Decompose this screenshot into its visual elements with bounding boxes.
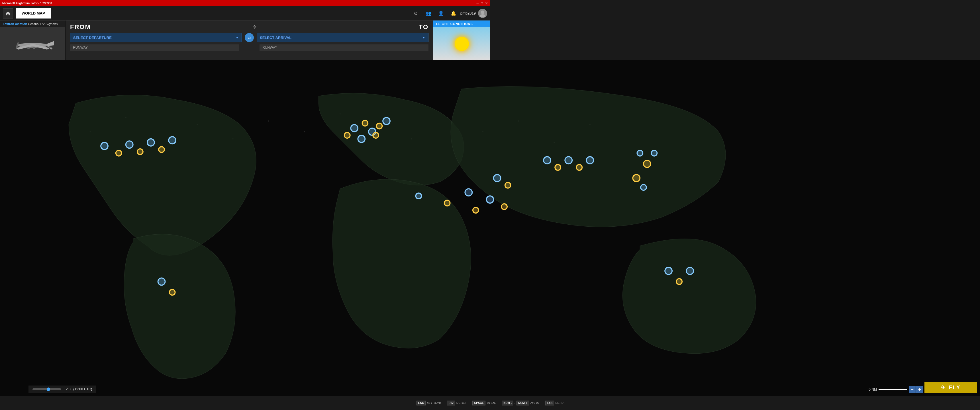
arrival-runway: RUNWAY — [259, 44, 428, 51]
from-label: FROM — [70, 23, 91, 31]
svg-point-36 — [116, 150, 122, 156]
svg-point-28 — [362, 121, 368, 126]
home-button[interactable] — [3, 8, 13, 19]
svg-point-33 — [358, 135, 365, 142]
svg-point-32 — [344, 132, 350, 138]
departure-arrow: ▼ — [235, 36, 239, 39]
from-to-panel: FROM ✈ TO SELECT DEPARTURE ▼ ⇄ SELECT AR… — [65, 21, 433, 60]
svg-point-30 — [376, 123, 382, 129]
achievements-icon[interactable]: ⊙ — [412, 10, 420, 17]
svg-point-48 — [444, 200, 450, 205]
flight-conditions-title: FLIGHT CONDITIONS — [433, 21, 490, 27]
svg-point-38 — [137, 149, 143, 154]
titlebar: Microsoft Flight Simulator - 1.29.22.0 ─… — [0, 0, 490, 6]
maximize-button[interactable]: □ — [481, 2, 483, 5]
svg-point-39 — [147, 139, 154, 146]
svg-point-47 — [416, 193, 422, 199]
arrival-placeholder: SELECT ARRIVAL — [260, 36, 291, 40]
titlebar-title: Microsoft Flight Simulator - 1.29.22.0 — [2, 2, 52, 5]
svg-point-0 — [481, 11, 484, 14]
departure-placeholder: SELECT DEPARTURE — [73, 36, 112, 40]
svg-point-18 — [304, 131, 305, 132]
svg-point-40 — [159, 147, 164, 153]
aircraft-brand: Textron Aviation — [3, 22, 27, 25]
svg-marker-4 — [47, 41, 54, 46]
username: pmb2019 — [460, 11, 476, 15]
svg-point-27 — [351, 125, 358, 132]
runway-row: RUNWAY RUNWAY — [70, 44, 428, 51]
header-panel: Textron Aviation Cessna 172 Skyhawk — [0, 21, 490, 60]
world-map-tab[interactable]: WORLD MAP — [16, 8, 51, 19]
aircraft-model: Cessna 172 Skyhawk — [28, 22, 58, 25]
airplane-icon: ✈ — [253, 24, 257, 30]
svg-point-37 — [126, 141, 133, 148]
aircraft-image[interactable] — [0, 27, 65, 60]
svg-point-1 — [480, 14, 485, 17]
departure-row: SELECT DEPARTURE ▼ ⇄ SELECT ARRIVAL ▼ — [70, 33, 428, 42]
svg-point-34 — [373, 132, 379, 138]
svg-point-17 — [268, 121, 269, 122]
svg-point-41 — [169, 137, 176, 144]
route-line: ✈ — [94, 27, 416, 27]
svg-point-35 — [101, 142, 108, 149]
minimize-button[interactable]: ─ — [477, 2, 479, 5]
top-navigation: WORLD MAP ⊙ 👥 👤 🔔 pmb2019 — [0, 6, 490, 21]
swap-button[interactable]: ⇄ — [245, 33, 254, 42]
flight-conditions-panel[interactable]: FLIGHT CONDITIONS — [433, 21, 490, 60]
close-button[interactable]: ✕ — [485, 2, 488, 5]
aircraft-panel: Textron Aviation Cessna 172 Skyhawk — [0, 21, 65, 60]
user-avatar — [478, 9, 487, 18]
from-to-header: FROM ✈ TO — [70, 23, 428, 31]
flight-conditions-weather — [433, 27, 490, 60]
svg-point-49 — [465, 189, 472, 196]
aircraft-label: Textron Aviation Cessna 172 Skyhawk — [0, 21, 65, 27]
notifications-icon[interactable]: 🔔 — [450, 10, 458, 17]
to-label: TO — [419, 23, 428, 31]
svg-point-31 — [383, 118, 390, 125]
arrival-dropdown[interactable]: SELECT ARRIVAL ▼ — [257, 33, 428, 42]
user-area[interactable]: pmb2019 — [460, 9, 487, 18]
departure-runway: RUNWAY — [70, 44, 239, 51]
friends-icon[interactable]: 👥 — [425, 10, 433, 17]
svg-point-7 — [27, 47, 30, 49]
departure-dropdown[interactable]: SELECT DEPARTURE ▼ — [70, 33, 242, 42]
svg-point-9 — [49, 46, 51, 48]
svg-point-51 — [486, 196, 490, 203]
titlebar-controls[interactable]: ─ □ ✕ — [477, 2, 488, 5]
profile-icon[interactable]: 👤 — [437, 10, 445, 17]
arrival-arrow: ▼ — [422, 36, 425, 39]
map-area[interactable] — [0, 60, 490, 205]
sun-icon — [455, 37, 469, 51]
nav-icons: ⊙ 👥 👤 🔔 — [412, 10, 458, 17]
svg-point-8 — [33, 47, 35, 49]
